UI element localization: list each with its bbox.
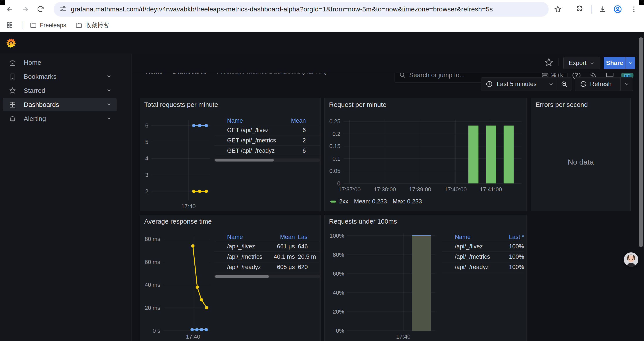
- grafana-logo[interactable]: [6, 38, 16, 48]
- panel-total-requests: Total requests per minute 6543217:40 Nam…: [140, 98, 321, 211]
- legend-row[interactable]: /api/_/readyz 605 µs 620: [214, 262, 320, 272]
- bookmark-star-button[interactable]: [551, 3, 564, 16]
- legend-row[interactable]: /api/_/livez 100%: [442, 241, 524, 252]
- svg-text:60%: 60%: [333, 270, 344, 277]
- reload-button[interactable]: [34, 3, 47, 16]
- legend-item-2xx[interactable]: 2xx: [330, 198, 348, 205]
- legend-row[interactable]: /api/_/livez 661 µs 646: [214, 241, 320, 252]
- series-name[interactable]: /api/_/livez: [455, 243, 502, 250]
- panel-requests-under-100ms: Requests under 100ms 100%80%60%40%20%0%1…: [324, 215, 527, 341]
- legend-row[interactable]: GET /api/_/livez 6: [214, 125, 320, 135]
- series-name[interactable]: /api/_/readyz: [227, 264, 268, 270]
- series-last: 646: [295, 243, 320, 250]
- series-mean: 6: [286, 127, 306, 134]
- refresh-button[interactable]: Refresh: [575, 81, 620, 88]
- legend-row[interactable]: /api/_/metrics 100%: [442, 252, 524, 262]
- legend-col-last[interactable]: Las: [295, 234, 320, 240]
- sidebar-item-bookmarks[interactable]: Bookmarks: [3, 70, 116, 83]
- series-name[interactable]: /api/_/readyz: [455, 264, 502, 270]
- favorite-dashboard-button[interactable]: [544, 58, 554, 68]
- svg-text:60 ms: 60 ms: [145, 259, 160, 265]
- clock-icon: [486, 81, 493, 88]
- legend-scrollbar[interactable]: [214, 275, 320, 278]
- panel-average-response-time: Average response time 80 ms60 ms40 ms20 …: [140, 215, 321, 341]
- legend-col-mean[interactable]: Mean: [286, 117, 306, 124]
- series-name[interactable]: /api/_/livez: [227, 243, 268, 250]
- svg-text:0: 0: [337, 180, 340, 187]
- legend-col-last[interactable]: Last *: [502, 234, 524, 240]
- share-button[interactable]: Share: [604, 57, 626, 69]
- legend-col-name[interactable]: Name: [227, 234, 268, 240]
- refresh-interval-dropdown[interactable]: [620, 81, 633, 87]
- assistant-avatar[interactable]: [624, 252, 638, 267]
- series-name[interactable]: GET /api/_/readyz: [227, 147, 286, 154]
- svg-text:20 ms: 20 ms: [145, 304, 160, 311]
- bookmarks-divider: [22, 22, 23, 29]
- time-range-picker[interactable]: Last 5 minutes: [481, 77, 572, 91]
- svg-text:0.2: 0.2: [332, 131, 340, 137]
- address-bar[interactable]: grafana.mathmast.com/d/deytv4rwavabkb/fr…: [54, 2, 549, 17]
- chevron-down-icon[interactable]: [106, 87, 112, 94]
- legend-table: Name Mean GET /api/_/livez 6 GET /api/_/…: [214, 117, 320, 162]
- site-info-icon[interactable]: [60, 5, 67, 14]
- chevron-down-icon[interactable]: [106, 73, 112, 80]
- scrollbar-thumb[interactable]: [215, 275, 269, 278]
- legend-row[interactable]: GET /api/_/metrics 2: [214, 135, 320, 146]
- scrollbar-thumb[interactable]: [215, 159, 274, 162]
- share-dropdown-button[interactable]: [626, 57, 635, 69]
- sidebar-item-label: Alerting: [24, 115, 106, 122]
- assistant-girl-illustration: [624, 252, 638, 267]
- series-name[interactable]: GET /api/_/livez: [227, 127, 286, 134]
- legend-inline: 2xx Mean: 0.233 Max: 0.233: [330, 198, 422, 205]
- legend-col-mean[interactable]: Mean: [268, 234, 295, 240]
- sidebar-item-dashboards[interactable]: Dashboards: [3, 98, 116, 111]
- grafana-header: Grafana Home › Dashboards › Freeleaps Me…: [0, 32, 644, 54]
- series-mean: 2: [286, 137, 306, 144]
- toolbar-divider: [592, 5, 592, 14]
- series-name[interactable]: GET /api/_/metrics: [227, 137, 286, 144]
- legend-row[interactable]: /api/_/readyz 100%: [442, 262, 524, 272]
- forward-arrow-icon: [21, 5, 29, 13]
- export-button[interactable]: Export: [563, 57, 600, 69]
- svg-text:100%: 100%: [330, 232, 344, 239]
- refresh-icon: [580, 81, 586, 87]
- forward-button[interactable]: [19, 3, 32, 16]
- sidebar-item-alerting[interactable]: Alerting: [3, 112, 116, 125]
- chevron-down-icon[interactable]: [106, 101, 112, 108]
- chevron-down-icon[interactable]: [106, 115, 112, 122]
- zoom-out-icon: [561, 81, 568, 88]
- svg-text:0.1: 0.1: [332, 155, 340, 162]
- page-scrollbar[interactable]: [639, 37, 643, 247]
- svg-text:17:37:00: 17:37:00: [338, 186, 360, 193]
- legend-row[interactable]: /api/_/metrics 40.1 ms 20.5 m: [214, 252, 320, 262]
- profile-button[interactable]: [611, 3, 624, 16]
- series-swatch: [330, 201, 336, 203]
- extensions-button[interactable]: [573, 3, 586, 16]
- series-name[interactable]: /api/_/metrics: [455, 253, 502, 260]
- legend-row[interactable]: GET /api/_/readyz 6: [214, 146, 320, 156]
- apps-button[interactable]: [4, 19, 15, 31]
- back-button[interactable]: [3, 3, 16, 16]
- bookmark-folder-freeleaps[interactable]: Freeleaps: [27, 20, 69, 30]
- series-last: 20.5 m: [295, 253, 320, 260]
- browser-toolbar: grafana.mathmast.com/d/deytv4rwavabkb/fr…: [0, 0, 644, 19]
- svg-text:0.05: 0.05: [329, 168, 340, 174]
- chevron-down-icon: [548, 81, 554, 87]
- bookmark-folder-blogs[interactable]: 收藏博客: [72, 20, 112, 30]
- legend-scrollbar[interactable]: [214, 158, 320, 162]
- downloads-button[interactable]: [596, 3, 609, 16]
- series-last: 620: [295, 264, 320, 270]
- sidebar-item-starred[interactable]: Starred: [3, 84, 116, 97]
- legend-col-name[interactable]: Name: [227, 117, 286, 124]
- window-corner-right: [639, 0, 644, 5]
- series-name[interactable]: 2xx: [339, 198, 348, 205]
- series-name[interactable]: /api/_/metrics: [227, 253, 268, 260]
- panel-title[interactable]: Errors per second: [536, 101, 588, 108]
- request-per-minute-chart[interactable]: 0.250.20.150.10.05017:37:0017:38:0017:39…: [325, 98, 527, 211]
- browser-menu-button[interactable]: [627, 3, 640, 16]
- sidebar-item-home[interactable]: Home: [3, 56, 116, 69]
- svg-text:17:40: 17:40: [181, 203, 196, 210]
- legend-col-name[interactable]: Name: [455, 234, 502, 240]
- zoom-out-button[interactable]: [557, 81, 571, 88]
- star-icon: [544, 58, 554, 67]
